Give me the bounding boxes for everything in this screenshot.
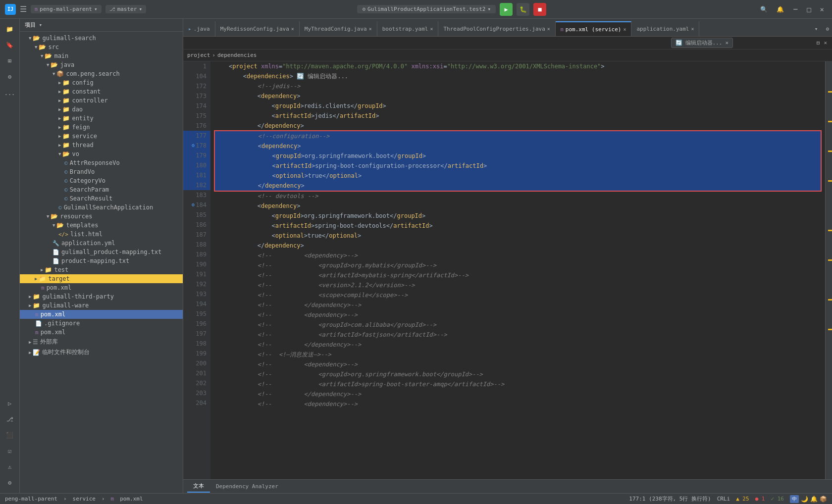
tree-item-pom-root[interactable]: m pom.xml [20, 310, 183, 319]
notifications-btn[interactable]: 🔔 [774, 5, 787, 14]
tree-header-label: 项目 ▾ [25, 21, 42, 29]
tree-item-gulimallsearchapp[interactable]: © GulimallSearchApplication [20, 203, 183, 212]
debug-button[interactable]: 🐛 [517, 3, 529, 16]
tree-item-java[interactable]: ▼ 📂 java [20, 60, 183, 69]
tab-close-myredisson[interactable]: × [291, 26, 294, 32]
chevron-down-icon-src: ▼ [35, 45, 37, 50]
tree-item-scratch[interactable]: ▶ 📝 临时文件和控制台 [20, 347, 183, 357]
tree-item-config[interactable]: ▶ 📁 config [20, 78, 183, 87]
tree-item-entity[interactable]: ▶ 📁 entity [20, 114, 183, 123]
code-line-175: <artifactId>jedis</artifactId> [214, 111, 821, 121]
tree-item-gitignore[interactable]: 📄 .gitignore [20, 319, 183, 328]
tree-item-mappingtxt[interactable]: 📄 gulimall_product-mapping.txt [20, 248, 183, 256]
todo-icon[interactable]: ☑ [2, 444, 17, 458]
tab-mythread[interactable]: MyThreadConfig.java × [300, 21, 377, 36]
chevron-down-icon-tmpl: ▼ [52, 223, 55, 228]
stop-button[interactable]: ■ [533, 3, 546, 16]
tree-item-target[interactable]: ▶ 📁 target [20, 274, 183, 283]
maximize-btn[interactable]: □ [804, 4, 814, 14]
bottom-tab-analyzer[interactable]: Dependency Analyzer [210, 481, 284, 492]
structure-icon[interactable]: ⊞ [2, 53, 17, 68]
package-btn[interactable]: 📦 [820, 496, 827, 503]
project-badge[interactable]: m peng-mall-parent ▾ [31, 5, 102, 13]
tree-item-feign[interactable]: ▶ 📁 feign [20, 123, 183, 132]
tree-item-constant[interactable]: ▶ 📁 constant [20, 87, 183, 96]
tree-item-resources[interactable]: ▼ 📂 resources [20, 212, 183, 221]
tab-java[interactable]: ▸ .java [183, 21, 215, 36]
notify-btn[interactable]: 🔔 [810, 496, 818, 503]
expand-icon[interactable]: × [824, 40, 827, 46]
line-num-1: 1 [183, 61, 210, 71]
tree-item-pom-search[interactable]: m pom.xml [20, 283, 183, 292]
folder-main-icon: 📂 [45, 52, 52, 59]
problems-icon[interactable]: ⚠ [2, 459, 17, 474]
tab-pom-service[interactable]: m pom.xml (service) × [556, 21, 632, 36]
status-warnings[interactable]: ▲ 25 [736, 496, 749, 502]
tab-close-app[interactable]: × [691, 26, 694, 32]
tree-item-test[interactable]: ▶ 📁 test [20, 265, 183, 274]
tree-content: ▼ 📂 gulimall-search ▼ 📂 src ▼ 📂 main [20, 32, 183, 359]
folder-thirdparty-icon: 📁 [33, 293, 40, 300]
collapse-icon[interactable]: ⊟ [817, 40, 820, 46]
status-errors[interactable]: ● 1 [755, 496, 765, 502]
bookmark-icon[interactable]: 🔖 [2, 38, 17, 52]
theme-btn[interactable]: 🌙 [801, 496, 808, 503]
tab-myredisson[interactable]: MyRedissonConfig.java × [215, 21, 300, 36]
settings-icon[interactable]: ⚙ [2, 475, 17, 490]
tree-item-templates[interactable]: ▼ 📂 templates [20, 221, 183, 230]
tab-bootstrap[interactable]: bootstrap.yaml × [377, 21, 439, 36]
tree-item-gulimall-search[interactable]: ▼ 📂 gulimall-search [20, 34, 183, 43]
tree-item-searchparam[interactable]: © SearchParam [20, 185, 183, 194]
tree-item-vo[interactable]: ▼ 📂 vo [20, 150, 183, 158]
tab-more-btn[interactable]: ▾ [810, 21, 823, 36]
project-icon[interactable]: 📁 [2, 22, 17, 37]
terminal-icon[interactable]: ⬛ [2, 428, 17, 443]
tab-threadpool[interactable]: ThreadPoolConfigProperties.java × [438, 21, 555, 36]
tree-item-external[interactable]: ▶ ☰ 外部库 [20, 337, 183, 347]
git-icon[interactable]: ⎇ [2, 412, 17, 427]
tree-item-thread[interactable]: ▶ 📁 thread [20, 141, 183, 150]
bottom-tab-text[interactable]: 文本 [187, 480, 210, 493]
tree-item-attrresponse[interactable]: © AttrResponseVo [20, 158, 183, 167]
status-ok[interactable]: ✓ 16 [771, 496, 784, 502]
tree-item-main[interactable]: ▼ 📂 main [20, 51, 183, 60]
folder-java-icon: 📂 [51, 61, 58, 68]
tab-application[interactable]: application.yaml × [631, 21, 699, 36]
tree-item-listhtml[interactable]: </> list.html [20, 230, 183, 239]
run-manager-icon[interactable]: ▷ [2, 396, 17, 411]
run-button[interactable]: ▶ [500, 3, 513, 16]
tree-item-ware[interactable]: ▶ 📁 gulimall-ware [20, 301, 183, 310]
line-num-174: 174 [183, 101, 210, 111]
line-num-187: 187 [183, 230, 210, 240]
run-config-selector[interactable]: ⚙ GulimallProductApplicationTest.test2 ▾ [357, 5, 496, 13]
close-btn[interactable]: × [817, 4, 827, 14]
tree-item-package[interactable]: ▼ 📦 com.peng.search [20, 69, 183, 78]
tree-item-searchresult[interactable]: © SearchResult [20, 194, 183, 203]
tree-item-controller[interactable]: ▶ 📁 controller [20, 96, 183, 105]
tree-item-pom-root2[interactable]: m pom.xml [20, 328, 183, 337]
dots-icon[interactable]: ··· [2, 87, 17, 102]
tree-item-productmapping[interactable]: 📄 product-mapping.txt [20, 256, 183, 265]
branch-badge[interactable]: ⎇ master ▾ [105, 5, 146, 13]
tree-item-dao[interactable]: ▶ 📁 dao [20, 105, 183, 114]
code-content[interactable]: <project xmlns="http://maven.apache.org/… [210, 61, 825, 479]
tab-close-bootstrap[interactable]: × [430, 26, 433, 32]
search-btn[interactable]: 🔍 [757, 5, 771, 14]
plugins-icon[interactable]: ⚙ [2, 69, 17, 84]
menu-button[interactable]: ☰ [20, 4, 27, 14]
minimize-btn[interactable]: − [790, 3, 801, 15]
fold-icon[interactable]: 🔄 编辑启动器... [297, 73, 348, 80]
tree-item-third-party[interactable]: ▶ 📁 gulimall-third-party [20, 292, 183, 301]
tab-settings-btn[interactable]: ⚙ [823, 21, 832, 36]
tree-item-categoryvo[interactable]: © CategoryVo [20, 176, 183, 185]
tree-item-brandvo[interactable]: © BrandVo [20, 167, 183, 176]
tree-item-appyml[interactable]: 🔧 application.yml [20, 239, 183, 248]
tab-close-threadpool[interactable]: × [547, 26, 550, 32]
tab-close-pom[interactable]: × [623, 27, 626, 32]
tree-item-src[interactable]: ▼ 📂 src [20, 43, 183, 51]
breadcrumb-dependencies: dependencies [217, 52, 257, 58]
lang-zh-btn[interactable]: 中 [790, 495, 799, 503]
tab-close-mythread[interactable]: × [369, 26, 372, 32]
notification-close[interactable]: × [725, 40, 728, 46]
tree-item-service[interactable]: ▶ 📁 service [20, 132, 183, 141]
